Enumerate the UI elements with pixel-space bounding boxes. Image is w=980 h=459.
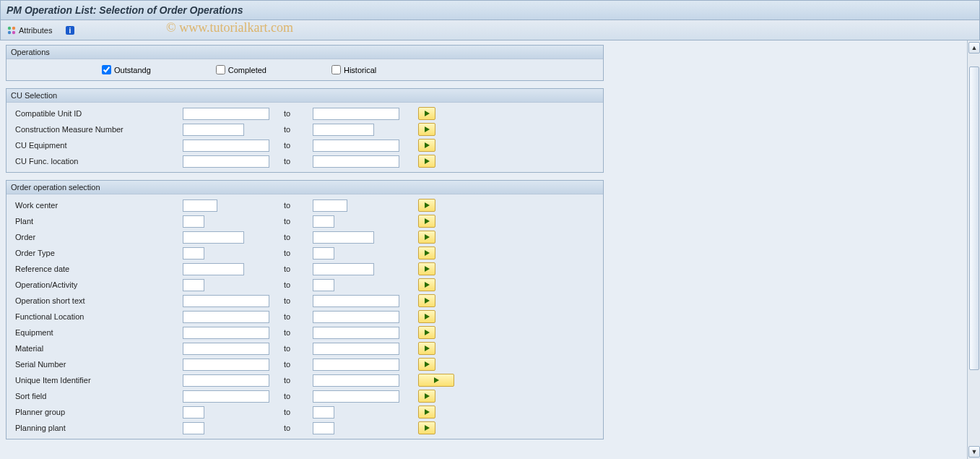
to-input[interactable] <box>313 263 374 275</box>
to-input[interactable] <box>313 200 347 212</box>
arrow-right-icon <box>425 202 430 208</box>
to-input[interactable] <box>313 359 399 371</box>
multiple-selection-button[interactable] <box>418 231 435 244</box>
from-input[interactable] <box>183 390 269 403</box>
scroll-down-button[interactable]: ▼ <box>968 446 980 458</box>
to-label: to <box>284 249 313 257</box>
checkbox-outstanding[interactable]: Outstandg <box>102 65 151 74</box>
checkbox-outstanding-label: Outstandg <box>114 66 151 74</box>
to-input[interactable] <box>313 374 399 387</box>
to-label: to <box>284 201 313 210</box>
checkbox-historical-input[interactable] <box>331 65 341 74</box>
from-input[interactable] <box>183 327 269 339</box>
to-input[interactable] <box>313 247 334 259</box>
to-input[interactable] <box>313 155 399 168</box>
checkbox-completed-label: Completed <box>228 66 266 74</box>
to-label: to <box>284 141 313 150</box>
to-input[interactable] <box>313 215 334 228</box>
from-input[interactable] <box>183 263 244 275</box>
from-input[interactable] <box>183 343 269 355</box>
to-input[interactable] <box>313 124 374 136</box>
multiple-selection-button[interactable] <box>418 278 435 291</box>
to-input[interactable] <box>313 231 374 244</box>
from-input[interactable] <box>183 374 269 387</box>
multiple-selection-button[interactable] <box>418 342 435 355</box>
group-cu-selection-header: CU Selection <box>6 89 603 103</box>
checkbox-historical[interactable]: Historical <box>331 65 376 74</box>
info-button[interactable]: i <box>65 25 75 35</box>
scroll-thumb[interactable] <box>969 67 979 370</box>
selection-row: Order Typeto <box>15 245 597 261</box>
multiple-selection-button[interactable] <box>418 310 435 323</box>
arrow-right-icon <box>425 409 430 415</box>
to-input[interactable] <box>313 327 399 339</box>
to-input[interactable] <box>313 343 399 355</box>
svg-point-1 <box>12 26 15 29</box>
arrow-right-icon <box>425 126 430 132</box>
multiple-selection-button[interactable] <box>418 406 435 419</box>
to-input[interactable] <box>313 108 399 120</box>
vertical-scrollbar[interactable]: ▲ ▼ <box>967 40 980 459</box>
selection-row: Materialto <box>15 340 597 356</box>
to-input[interactable] <box>313 279 334 291</box>
from-input[interactable] <box>183 422 204 434</box>
selection-row: Reference dateto <box>15 261 597 277</box>
from-input[interactable] <box>183 108 269 120</box>
arrow-right-icon <box>425 393 430 399</box>
from-input[interactable] <box>183 155 269 168</box>
to-label: to <box>284 344 313 353</box>
from-input[interactable] <box>183 295 269 307</box>
to-label: to <box>284 280 313 289</box>
checkbox-historical-label: Historical <box>344 66 376 74</box>
to-input[interactable] <box>313 295 399 307</box>
row-label: CU Func. location <box>15 157 183 166</box>
multiple-selection-button[interactable] <box>418 139 435 152</box>
title-bar: PM Operation List: Selection of Order Op… <box>0 0 980 20</box>
row-label: Unique Item Identifier <box>15 376 183 385</box>
from-input[interactable] <box>183 200 217 212</box>
from-input[interactable] <box>183 247 204 259</box>
multiple-selection-button[interactable] <box>418 358 435 371</box>
row-label: CU Equipment <box>15 141 183 150</box>
group-order-op-selection: Order operation selection Work centertoP… <box>6 180 604 439</box>
scroll-up-button[interactable]: ▲ <box>968 42 980 53</box>
to-input[interactable] <box>313 311 399 323</box>
row-label: Material <box>15 344 183 353</box>
row-label: Serial Number <box>15 360 183 369</box>
group-operations-header: Operations <box>6 46 603 59</box>
checkbox-completed-input[interactable] <box>216 65 225 74</box>
from-input[interactable] <box>183 311 269 323</box>
arrow-right-icon <box>425 111 430 116</box>
multiple-selection-button[interactable] <box>418 326 435 339</box>
to-input[interactable] <box>313 140 399 152</box>
svg-point-0 <box>8 26 11 29</box>
multiple-selection-button[interactable] <box>418 262 435 275</box>
from-input[interactable] <box>183 279 204 291</box>
multiple-selection-button[interactable] <box>418 199 435 212</box>
from-input[interactable] <box>183 406 204 419</box>
multiple-selection-button[interactable] <box>418 155 435 168</box>
checkbox-outstanding-input[interactable] <box>102 65 111 74</box>
from-input[interactable] <box>183 359 269 371</box>
row-label: Compatible Unit ID <box>15 109 183 118</box>
from-input[interactable] <box>183 140 269 152</box>
multiple-selection-button[interactable] <box>418 246 435 259</box>
group-cu-selection: CU Selection Compatible Unit IDtoConstru… <box>6 88 604 173</box>
from-input[interactable] <box>183 124 244 136</box>
multiple-selection-button[interactable] <box>418 107 435 120</box>
multiple-selection-button[interactable] <box>418 123 435 136</box>
to-input[interactable] <box>313 406 334 419</box>
multiple-selection-button[interactable] <box>418 390 435 403</box>
attributes-button[interactable]: Attributes <box>6 25 52 35</box>
to-input[interactable] <box>313 390 399 403</box>
multiple-selection-button[interactable] <box>418 294 435 307</box>
content-area: Operations Outstandg Completed Historica… <box>0 40 967 459</box>
to-input[interactable] <box>313 422 334 434</box>
arrow-right-icon <box>425 266 430 272</box>
multiple-selection-button[interactable] <box>418 421 435 434</box>
from-input[interactable] <box>183 215 204 228</box>
checkbox-completed[interactable]: Completed <box>216 65 266 74</box>
from-input[interactable] <box>183 231 244 244</box>
multiple-selection-button[interactable] <box>418 215 435 228</box>
multiple-selection-button[interactable] <box>418 374 454 387</box>
